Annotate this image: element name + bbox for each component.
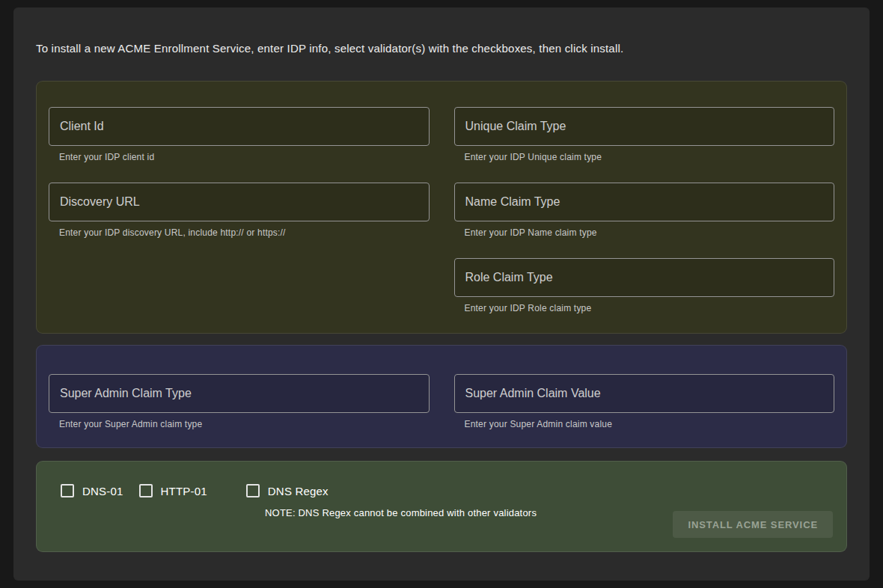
discovery-url-input[interactable]	[49, 183, 430, 221]
name-claim-type-field: Enter your IDP Name claim type	[454, 183, 835, 238]
role-claim-type-input[interactable]	[454, 258, 835, 297]
unique-claim-type-helper: Enter your IDP Unique claim type	[465, 152, 835, 162]
dns-01-checkbox-item[interactable]: DNS-01	[61, 484, 123, 497]
idp-info-section: Enter your IDP client id Enter your IDP …	[36, 81, 847, 334]
http-01-label: HTTP-01	[161, 485, 207, 497]
dns-regex-label: DNS Regex	[268, 485, 329, 497]
super-admin-fields-grid: Enter your Super Admin claim type Enter …	[49, 374, 834, 429]
main-panel: To install a new ACME Enrollment Service…	[13, 7, 870, 581]
super-admin-claim-value-field: Enter your Super Admin claim value	[454, 374, 835, 429]
client-id-helper: Enter your IDP client id	[59, 152, 430, 162]
discovery-url-field: Enter your IDP discovery URL, include ht…	[49, 183, 430, 238]
super-admin-claim-value-helper: Enter your Super Admin claim value	[465, 419, 835, 429]
super-admin-claim-type-field: Enter your Super Admin claim type	[49, 374, 430, 429]
dns-01-checkbox[interactable]	[61, 484, 74, 497]
acme-enrollment-page: To install a new ACME Enrollment Service…	[0, 0, 883, 588]
role-claim-type-field: Enter your IDP Role claim type	[454, 258, 835, 313]
name-claim-type-helper: Enter your IDP Name claim type	[465, 227, 835, 238]
unique-claim-type-input[interactable]	[454, 107, 835, 146]
name-claim-type-input[interactable]	[454, 183, 835, 221]
client-id-field: Enter your IDP client id	[49, 107, 430, 162]
instructions-text: To install a new ACME Enrollment Service…	[36, 40, 847, 57]
validators-section: DNS-01 HTTP-01 DNS Regex NOTE: DNS Regex…	[36, 461, 847, 552]
idp-fields-grid: Enter your IDP client id Enter your IDP …	[49, 107, 834, 313]
super-admin-claim-value-input[interactable]	[454, 374, 835, 413]
http-01-checkbox[interactable]	[139, 484, 153, 497]
unique-claim-type-field: Enter your IDP Unique claim type	[454, 107, 835, 162]
super-admin-claim-type-helper: Enter your Super Admin claim type	[59, 419, 430, 429]
dns-regex-checkbox[interactable]	[246, 484, 260, 497]
role-claim-type-helper: Enter your IDP Role claim type	[465, 303, 835, 313]
validator-checkbox-row: DNS-01 HTTP-01 DNS Regex	[61, 484, 833, 497]
discovery-url-helper: Enter your IDP discovery URL, include ht…	[59, 227, 430, 238]
super-admin-claim-type-input[interactable]	[49, 374, 430, 413]
http-01-checkbox-item[interactable]: HTTP-01	[139, 484, 207, 497]
install-acme-service-button[interactable]: INSTALL ACME SERVICE	[673, 511, 833, 538]
super-admin-section: Enter your Super Admin claim type Enter …	[36, 345, 847, 448]
dns-01-label: DNS-01	[82, 485, 123, 497]
client-id-input[interactable]	[49, 107, 430, 146]
dns-regex-checkbox-item[interactable]: DNS Regex	[246, 484, 329, 497]
